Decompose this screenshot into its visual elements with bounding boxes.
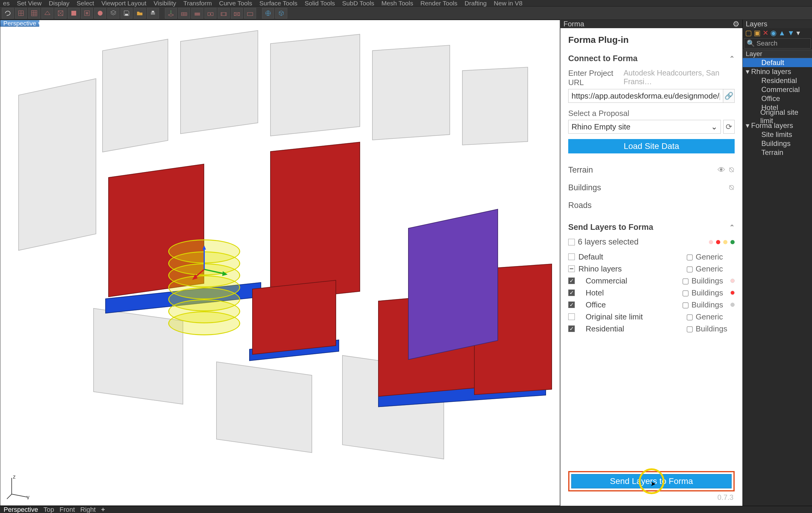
tool-mesh-icon[interactable] <box>15 8 27 19</box>
menubar[interactable]: esSet ViewDisplaySelectViewport LayoutVi… <box>0 0 812 7</box>
tool-lasso-icon[interactable] <box>2 8 14 19</box>
project-url-input[interactable] <box>568 89 723 103</box>
menu-viewport-layout[interactable]: Viewport Layout <box>102 0 146 7</box>
layer-props-icon[interactable]: ◉ <box>770 29 777 37</box>
menu-curve-tools[interactable]: Curve Tools <box>219 0 253 7</box>
viewport-tab-front[interactable]: Front <box>59 506 75 513</box>
menu-mesh-tools[interactable]: Mesh Tools <box>381 0 413 7</box>
tool-grid2-icon[interactable] <box>178 8 190 19</box>
layer-type: Buildings <box>692 300 730 309</box>
layer-row[interactable]: Rhino layers▢Generic <box>568 263 735 274</box>
tree-row[interactable]: Office <box>743 94 812 103</box>
layer-row[interactable]: Default▢Generic <box>568 251 735 262</box>
menu-select[interactable]: Select <box>77 0 94 7</box>
menu-visibility[interactable]: Visibility <box>153 0 176 7</box>
tree-row[interactable]: Commercial <box>743 85 812 94</box>
layer-row[interactable]: ✓Hotel▢Buildings <box>568 288 735 298</box>
viewport-tab-perspective[interactable]: Perspective <box>4 506 38 513</box>
down-icon[interactable]: ▼ <box>787 29 794 37</box>
tool-layers-icon[interactable] <box>107 8 119 19</box>
tool-open-icon[interactable] <box>134 8 146 19</box>
layer-checkbox[interactable]: ✓ <box>568 325 575 332</box>
tool-shade-icon[interactable] <box>68 8 80 19</box>
menu-render-tools[interactable]: Render Tools <box>420 0 457 7</box>
layer-checkbox[interactable]: ✓ <box>568 290 575 296</box>
forma-tab[interactable]: Forma <box>563 20 584 28</box>
layer-row[interactable]: ✓Commercial▢Buildings <box>568 275 735 286</box>
menu-es[interactable]: es <box>3 0 9 7</box>
refresh-icon[interactable]: ⟳ <box>723 120 735 134</box>
menu-display[interactable]: Display <box>49 0 69 7</box>
menu-drafting[interactable]: Drafting <box>464 0 487 7</box>
viewport[interactable]: Perspective ▾ <box>0 20 560 506</box>
tree-row[interactable]: Terrain <box>743 148 812 157</box>
proposal-select[interactable]: Rhino Empty site ⌄ <box>568 120 721 134</box>
tool-plane-icon[interactable] <box>41 8 53 19</box>
menu-transform[interactable]: Transform <box>183 0 212 7</box>
tool-grid7-icon[interactable] <box>244 8 256 19</box>
tool-cplane-icon[interactable] <box>165 8 177 19</box>
up-icon[interactable]: ▲ <box>778 29 786 37</box>
tool-wire-icon[interactable] <box>55 8 66 19</box>
layer-checkbox[interactable]: ✓ <box>568 277 575 284</box>
viewport-title[interactable]: Perspective ▾ <box>0 20 39 27</box>
tool-cube-icon[interactable] <box>275 8 287 19</box>
chevron-down-icon[interactable]: ▾ <box>38 20 41 27</box>
eye-off-icon[interactable]: ⦰ <box>729 183 735 192</box>
menu-solid-tools[interactable]: Solid Tools <box>304 0 335 7</box>
add-viewport-button[interactable]: + <box>101 506 105 513</box>
layer-name: Hotel <box>578 288 682 298</box>
layer-row[interactable]: Original site limit▢Generic <box>568 311 735 322</box>
tree-row[interactable]: Default <box>743 58 812 67</box>
tool-grid5-icon[interactable] <box>218 8 230 19</box>
viewport-tab-top[interactable]: Top <box>44 506 54 513</box>
layer-checkbox[interactable]: ✓ <box>568 301 575 308</box>
eye-off-icon[interactable]: ⦰ <box>729 165 735 175</box>
layer-checkbox[interactable] <box>568 253 575 260</box>
tree-row[interactable]: Site limits <box>743 130 812 139</box>
tool-grid-icon[interactable] <box>28 8 40 19</box>
delete-layer-icon[interactable]: ✕ <box>762 29 768 37</box>
chevron-up-icon[interactable]: ⌃ <box>729 223 735 231</box>
layer-checkbox[interactable] <box>568 266 575 272</box>
layer-search-input[interactable]: 🔍 Search <box>744 38 811 49</box>
tree-row[interactable]: Residential <box>743 76 812 85</box>
link-icon[interactable]: 🔗 <box>723 89 735 103</box>
menu-subd-tools[interactable]: SubD Tools <box>342 0 374 7</box>
chevron-up-icon[interactable]: ⌃ <box>729 55 735 63</box>
tool-globe-icon[interactable] <box>262 8 274 19</box>
color-dot <box>716 240 720 244</box>
tool-render-icon[interactable] <box>94 8 106 19</box>
filter-icon[interactable]: ▾ <box>796 29 800 37</box>
tree-row[interactable]: Buildings <box>743 139 812 148</box>
svg-rect-1 <box>31 10 37 16</box>
viewport-tab-right[interactable]: Right <box>80 506 96 513</box>
new-layer-icon[interactable]: ▢ <box>745 29 752 37</box>
tool-save-icon[interactable] <box>120 8 133 19</box>
tool-print-icon[interactable] <box>147 8 159 19</box>
menu-surface-tools[interactable]: Surface Tools <box>259 0 297 7</box>
send-layers-button[interactable]: Send Layers to Forma <box>571 474 732 488</box>
tool-grid4-icon[interactable] <box>204 8 216 19</box>
load-site-data-button[interactable]: Load Site Data <box>568 139 735 153</box>
layer-checkbox[interactable] <box>568 313 575 320</box>
menu-new-in-v8[interactable]: New in V8 <box>494 0 523 7</box>
tool-grid6-icon[interactable] <box>231 8 243 19</box>
gumball-icon[interactable] <box>192 245 228 281</box>
tool-xray-icon[interactable] <box>81 8 93 19</box>
layer-tree: Default▾Rhino layersResidentialCommercia… <box>743 58 812 506</box>
gear-icon[interactable]: ⚙ <box>732 20 740 29</box>
tool-grid3-icon[interactable] <box>191 8 203 19</box>
url-hint: Autodesk Headcourters, San Fransi… <box>624 69 735 87</box>
menu-set-view[interactable]: Set View <box>17 0 42 7</box>
color-legend <box>709 240 735 244</box>
new-sublayer-icon[interactable]: ▣ <box>754 29 761 37</box>
layers-tab[interactable]: Layers <box>743 20 812 28</box>
cube-icon: ▢ <box>682 277 689 284</box>
eye-icon[interactable]: 👁 <box>718 165 725 175</box>
select-all-checkbox[interactable] <box>568 239 575 245</box>
layer-row[interactable]: ✓Residential▢Buildings <box>568 323 735 334</box>
tree-row[interactable]: ▾Rhino layers <box>743 67 812 76</box>
layer-row[interactable]: ✓Office▢Buildings <box>568 299 735 310</box>
tree-row[interactable]: Original site limit <box>743 112 812 121</box>
